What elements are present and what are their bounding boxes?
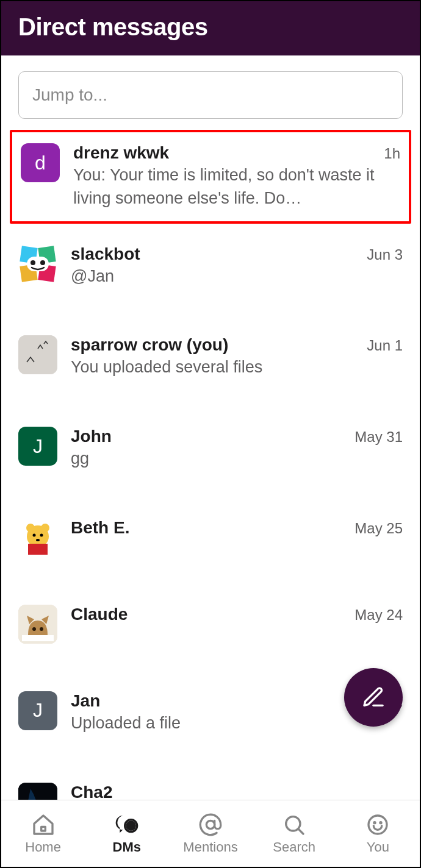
avatar-letter: d [35, 152, 46, 174]
tab-search[interactable]: Search [253, 800, 336, 867]
compose-button[interactable] [344, 668, 403, 727]
conversation-name: Cha2 [71, 783, 398, 800]
avatar: J [18, 691, 57, 730]
tab-label: Search [273, 839, 315, 855]
compose-icon [361, 685, 386, 710]
tab-label: You [367, 839, 389, 855]
avatar [18, 244, 57, 283]
avatar: J [18, 427, 57, 466]
svg-point-6 [41, 524, 49, 532]
conversation-time: Jun 1 [367, 337, 403, 354]
avatar [18, 335, 57, 374]
svg-rect-16 [41, 827, 45, 831]
cat-icon [18, 605, 57, 644]
conversation-name: sparrow crow (you) [71, 335, 362, 355]
slackbot-icon [18, 244, 57, 283]
home-icon [31, 813, 56, 837]
tab-home[interactable]: Home [1, 800, 85, 867]
svg-rect-15 [18, 783, 57, 800]
svg-point-20 [206, 820, 214, 828]
svg-rect-3 [18, 335, 57, 374]
tab-dms[interactable]: DMs [85, 800, 168, 867]
content: d drenz wkwk 1h You: Your time is limite… [1, 55, 420, 800]
conversation-name: Jan [71, 691, 350, 711]
svg-rect-7 [28, 544, 48, 555]
conversation-time: May 24 [354, 607, 403, 624]
page-title: Direct messages [18, 13, 403, 41]
pooh-icon [18, 518, 57, 557]
conversation-row[interactable]: Beth E. May 25 [12, 510, 409, 566]
conversation-preview: gg [71, 447, 403, 471]
conversation-row[interactable]: J John May 31 gg [12, 418, 409, 479]
tab-label: DMs [113, 839, 141, 855]
svg-line-22 [298, 828, 303, 833]
tab-bar: Home DMs Mentions Search [1, 800, 420, 867]
conversation-row[interactable]: YOUARETHEKEY Cha2 no problem sire [12, 774, 409, 800]
svg-point-5 [26, 524, 35, 532]
tab-label: Mentions [183, 839, 237, 855]
svg-point-23 [369, 816, 387, 834]
avatar: YOUARETHEKEY [18, 783, 57, 800]
svg-point-25 [380, 822, 381, 823]
tab-label: Home [25, 839, 61, 855]
tab-mentions[interactable]: Mentions [168, 800, 252, 867]
tab-you[interactable]: You [336, 800, 420, 867]
svg-rect-14 [22, 635, 54, 641]
conversation-preview: You uploaded several files [71, 356, 403, 379]
sparrow-photo-icon [18, 335, 57, 374]
jump-to-input[interactable] [18, 71, 403, 119]
conversation-row[interactable]: sparrow crow (you) Jun 1 You uploaded se… [12, 327, 409, 388]
search-icon [282, 813, 306, 837]
conversation-row[interactable]: d drenz wkwk 1h You: Your time is limite… [10, 130, 411, 224]
avatar-letter: J [33, 435, 43, 458]
conversation-name: slackbot [71, 244, 362, 264]
conversation-time: Jun 3 [367, 246, 403, 263]
conversation-name: Beth E. [71, 518, 350, 538]
conversation-preview: You: Your time is limited, so don't wast… [73, 164, 400, 210]
avatar [18, 605, 57, 644]
conversation-time: May 25 [354, 520, 403, 537]
cha2-avatar-icon [18, 783, 57, 800]
conversation-name: Claude [71, 605, 350, 624]
svg-point-9 [40, 533, 43, 536]
avatar: d [21, 143, 60, 182]
conversation-name: drenz wkwk [73, 143, 379, 163]
svg-point-19 [126, 820, 136, 831]
conversation-row[interactable]: slackbot Jun 3 @Jan [12, 236, 409, 297]
svg-point-1 [31, 260, 35, 265]
svg-point-8 [33, 533, 36, 536]
conversation-time: May 31 [354, 429, 403, 446]
avatar [18, 518, 57, 557]
mentions-icon [198, 813, 223, 837]
svg-point-24 [374, 822, 375, 823]
avatar-letter: J [33, 699, 43, 722]
svg-point-13 [40, 627, 43, 631]
svg-point-12 [32, 627, 36, 631]
svg-point-10 [36, 539, 40, 541]
you-icon [365, 813, 390, 837]
svg-point-2 [40, 260, 45, 265]
conversation-name: John [71, 427, 350, 446]
dms-icon [115, 813, 139, 837]
conversation-preview: @Jan [71, 265, 403, 288]
header: Direct messages [1, 1, 420, 55]
conversation-time: 1h [384, 145, 400, 162]
conversation-row[interactable]: Claude May 24 [12, 596, 409, 652]
